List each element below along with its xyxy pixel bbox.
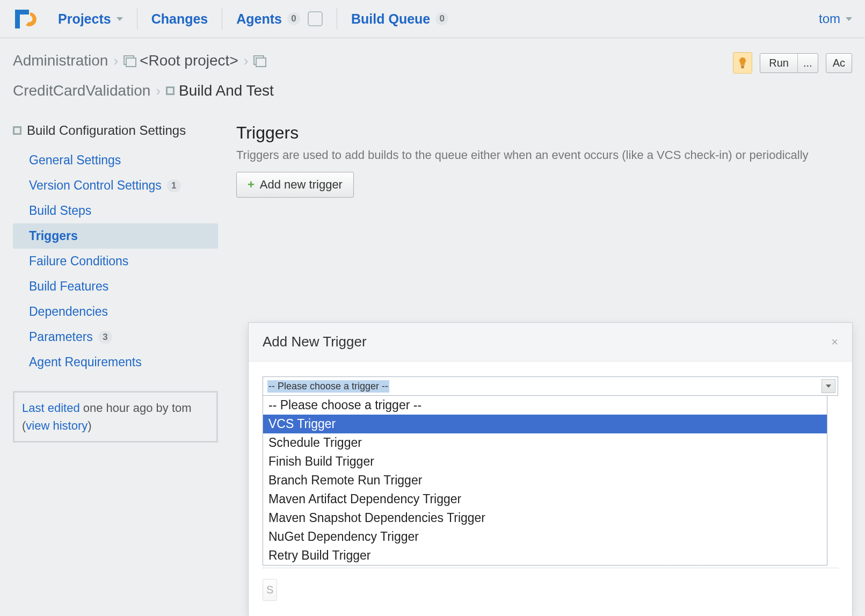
sidebar-item-link[interactable]: Parameters3 xyxy=(29,330,218,344)
nav-build-queue-label: Build Queue xyxy=(351,11,430,27)
project-stack-icon xyxy=(123,55,135,66)
page-description: Triggers are used to add builds to the q… xyxy=(236,148,865,162)
logo[interactable] xyxy=(13,6,40,31)
dialog-title: Add New Trigger xyxy=(263,334,367,350)
nav-changes-label: Changes xyxy=(151,11,208,27)
actions-button[interactable]: Ac xyxy=(826,53,852,73)
separator xyxy=(137,8,137,30)
sidebar-item-badge: 3 xyxy=(98,331,112,344)
build-config-icon xyxy=(166,86,175,95)
sidebar-title: Build Configuration Settings xyxy=(13,123,218,138)
bc-root-project[interactable]: <Root project> xyxy=(123,52,238,69)
run-more[interactable]: ... xyxy=(798,54,818,73)
trigger-option[interactable]: Branch Remote Run Trigger xyxy=(263,471,827,490)
chevron-right-icon: › xyxy=(244,53,249,69)
sidebar-item-build-steps[interactable]: Build Steps xyxy=(13,198,218,223)
sidebar-item-triggers[interactable]: Triggers xyxy=(13,223,218,249)
sidebar-item-link[interactable]: Build Features xyxy=(29,279,218,294)
sidebar-item-link[interactable]: Agent Requirements xyxy=(29,355,218,369)
sidebar-title-label: Build Configuration Settings xyxy=(27,123,186,138)
trigger-option[interactable]: VCS Trigger xyxy=(263,415,827,433)
run-button[interactable]: Run ... xyxy=(760,53,818,73)
sidebar-item-general-settings[interactable]: General Settings xyxy=(13,148,218,173)
sidebar-item-link[interactable]: Failure Conditions xyxy=(29,254,218,269)
bc-project[interactable]: CreditCardValidation xyxy=(13,82,150,99)
sidebar-item-label: Failure Conditions xyxy=(29,254,128,269)
project-stack-icon xyxy=(253,55,265,66)
trigger-type-dropdown: -- Please choose a trigger --VCS Trigger… xyxy=(263,396,827,566)
last-edited-label: Last edited xyxy=(22,401,80,415)
sidebar-item-label: General Settings xyxy=(29,153,121,168)
chevron-right-icon: › xyxy=(156,83,161,99)
trigger-option[interactable]: Finish Build Trigger xyxy=(263,452,827,471)
trigger-option[interactable]: Maven Artifact Dependency Trigger xyxy=(263,490,827,509)
sidebar-item-version-control-settings[interactable]: Version Control Settings1 xyxy=(13,173,218,198)
sidebar-item-parameters[interactable]: Parameters3 xyxy=(13,324,218,350)
add-trigger-button[interactable]: + Add new trigger xyxy=(236,172,354,198)
sidebar-item-label: Parameters xyxy=(29,330,93,344)
sidebar-item-dependencies[interactable]: Dependencies xyxy=(13,299,218,324)
nav-changes[interactable]: Changes xyxy=(147,8,213,30)
sidebar-item-link[interactable]: General Settings xyxy=(29,153,218,168)
sidebar-item-link[interactable]: Version Control Settings1 xyxy=(29,178,218,193)
trigger-type-select[interactable]: -- Please choose a trigger -- xyxy=(263,376,838,396)
sidebar-item-failure-conditions[interactable]: Failure Conditions xyxy=(13,249,218,274)
dialog-header: Add New Trigger × xyxy=(249,323,852,361)
plus-icon: + xyxy=(248,178,255,192)
svg-rect-1 xyxy=(742,67,744,68)
chevron-down-icon xyxy=(117,17,123,21)
sidebar-item-agent-requirements[interactable]: Agent Requirements xyxy=(13,350,218,375)
build-config-icon xyxy=(13,126,21,135)
page-title: Triggers xyxy=(236,123,865,143)
user-menu[interactable]: tom xyxy=(819,11,852,26)
queue-count-badge: 0 xyxy=(435,12,448,25)
top-nav: Projects Changes Agents 0 Build Queue 0 … xyxy=(0,0,865,38)
last-edited-suffix: ) xyxy=(88,419,91,432)
user-name: tom xyxy=(819,11,840,26)
sidebar-item-label: Version Control Settings xyxy=(29,178,162,193)
close-icon[interactable]: × xyxy=(831,335,838,349)
agents-count-badge: 0 xyxy=(287,12,300,25)
sidebar-item-link[interactable]: Triggers xyxy=(29,229,218,243)
add-trigger-dialog: Add New Trigger × -- Please choose a tri… xyxy=(248,322,853,616)
run-label: Run xyxy=(760,54,798,73)
hint-button[interactable] xyxy=(733,52,752,74)
trigger-option[interactable]: Maven Snapshot Dependencies Trigger xyxy=(263,509,827,527)
nav-projects[interactable]: Projects xyxy=(54,8,127,30)
save-button[interactable]: S xyxy=(263,579,277,601)
page-actions: Run ... Ac xyxy=(733,52,852,74)
sidebar-item-link[interactable]: Build Steps xyxy=(29,204,218,218)
breadcrumb-bar: Administration › <Root project> › Credit… xyxy=(0,38,865,104)
sidebar-item-label: Build Steps xyxy=(29,204,91,218)
svg-rect-0 xyxy=(741,66,744,67)
sidebar-item-label: Dependencies xyxy=(29,305,108,319)
trigger-option[interactable]: -- Please choose a trigger -- xyxy=(263,396,827,415)
nav-agents[interactable]: Agents 0 xyxy=(232,8,327,30)
breadcrumb: Administration › <Root project> › Credit… xyxy=(13,52,537,99)
separator xyxy=(222,8,222,30)
agent-box-icon xyxy=(308,11,323,26)
sidebar-item-badge: 1 xyxy=(167,179,181,192)
add-trigger-label: Add new trigger xyxy=(260,178,343,192)
separator xyxy=(337,8,337,30)
nav-agents-label: Agents xyxy=(236,11,282,27)
sidebar-item-build-features[interactable]: Build Features xyxy=(13,274,218,299)
chevron-down-icon xyxy=(846,17,852,21)
bc-config-label: Build And Test xyxy=(179,82,274,99)
nav-build-queue[interactable]: Build Queue 0 xyxy=(347,8,453,30)
sidebar-item-label: Triggers xyxy=(29,229,78,243)
sidebar-item-link[interactable]: Dependencies xyxy=(29,305,218,319)
trigger-option[interactable]: Schedule Trigger xyxy=(263,433,827,452)
last-edited-box: Last edited one hour ago by tom (view hi… xyxy=(13,391,218,443)
bc-administration[interactable]: Administration xyxy=(13,52,108,69)
sidebar: Build Configuration Settings General Set… xyxy=(0,123,231,443)
dialog-body: -- Please choose a trigger -- -- Please … xyxy=(249,361,852,616)
nav-projects-label: Projects xyxy=(58,11,111,27)
view-history-link[interactable]: view history xyxy=(26,419,88,432)
trigger-option[interactable]: NuGet Dependency Trigger xyxy=(263,527,827,546)
chevron-down-icon[interactable] xyxy=(822,379,835,393)
bc-build-config[interactable]: Build And Test xyxy=(166,82,274,99)
trigger-select-value: -- Please choose a trigger -- xyxy=(267,380,389,393)
trigger-option[interactable]: Retry Build Trigger xyxy=(263,546,827,565)
chevron-right-icon: › xyxy=(113,53,118,69)
